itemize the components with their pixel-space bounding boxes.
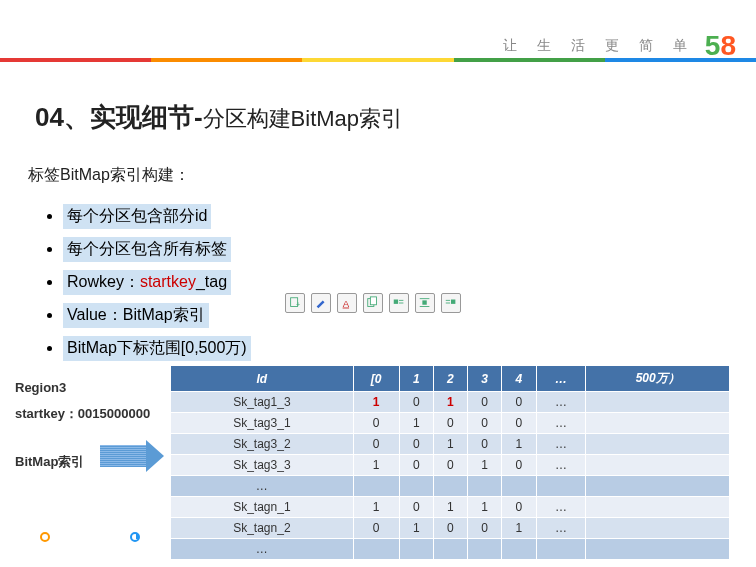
doc-dup-icon[interactable] (363, 293, 383, 313)
table-cell: 1 (433, 434, 467, 455)
table-cell: … (536, 392, 586, 413)
table-cell: 0 (433, 455, 467, 476)
table-row: Sk_tag1_310100… (171, 392, 730, 413)
table-cell (586, 392, 730, 413)
svg-text:A: A (343, 298, 350, 309)
bullet-text: 每个分区包含所有标签 (63, 237, 231, 262)
bullet-text: 每个分区包含部分id (63, 204, 211, 229)
table-cell (586, 518, 730, 539)
table-cell: 1 (468, 497, 502, 518)
slide-title: 04、实现细节-分区构建BitMap索引 (35, 100, 403, 135)
table-cell: 0 (399, 455, 433, 476)
table-row: Sk_tagn_201001… (171, 518, 730, 539)
image-center-icon[interactable] (415, 293, 435, 313)
table-row: Sk_tagn_110110… (171, 497, 730, 518)
table-cell (586, 497, 730, 518)
table-cell: 1 (399, 518, 433, 539)
table-cell: 1 (399, 413, 433, 434)
table-cell: 0 (502, 497, 536, 518)
svg-rect-5 (394, 300, 398, 304)
table-cell: 0 (399, 497, 433, 518)
table-cell: 0 (399, 392, 433, 413)
table-cell: … (536, 518, 586, 539)
table-cell: 1 (353, 455, 399, 476)
table-body: Sk_tag1_310100…Sk_tag3_101000…Sk_tag3_20… (171, 392, 730, 560)
table-cell (353, 476, 399, 497)
table-cell: Sk_tag3_1 (171, 413, 354, 434)
table-row: … (171, 476, 730, 497)
arrow-body (100, 445, 150, 467)
image-right-icon[interactable] (441, 293, 461, 313)
table-header-cell: Id (171, 366, 354, 392)
table-cell (468, 539, 502, 560)
subtitle: 标签BitMap索引构建： (28, 165, 190, 186)
table-cell: Sk_tag1_3 (171, 392, 354, 413)
table-cell: 1 (353, 497, 399, 518)
bullet-item: BitMap下标范围[0,500万) (63, 332, 475, 365)
table-cell: 0 (502, 455, 536, 476)
color-divider (0, 58, 756, 62)
table-cell: 1 (433, 497, 467, 518)
table-cell (468, 476, 502, 497)
arrow-pointer (100, 445, 150, 467)
bullet-item: 每个分区包含部分id (63, 200, 475, 233)
table-cell: 1 (502, 518, 536, 539)
colorbar-segment (302, 58, 453, 62)
table-header: Id[01234…500万） (171, 366, 730, 392)
table-cell: Sk_tag3_2 (171, 434, 354, 455)
table-cell: Sk_tagn_2 (171, 518, 354, 539)
table-cell: 1 (433, 392, 467, 413)
table-cell: … (536, 413, 586, 434)
bullet-text: Rowkey：startkey_tag (63, 270, 231, 295)
table-header-cell: 3 (468, 366, 502, 392)
colorbar-segment (454, 58, 605, 62)
table-cell: 0 (433, 518, 467, 539)
image-left-icon[interactable] (389, 293, 409, 313)
table-cell: … (536, 455, 586, 476)
table-cell: … (536, 434, 586, 455)
table-row: Sk_tag3_200101… (171, 434, 730, 455)
table-cell: 0 (353, 518, 399, 539)
bullet-text: BitMap下标范围[0,500万) (63, 336, 251, 361)
pencil-icon[interactable] (311, 293, 331, 313)
table-cell: 1 (353, 392, 399, 413)
title-sub: 分区构建BitMap索引 (203, 106, 403, 131)
table-cell: 0 (353, 434, 399, 455)
footer-indicators (40, 532, 140, 542)
circle-orange-icon (40, 532, 50, 542)
startkey-label: startkey：0015000000 (15, 405, 150, 423)
editor-toolbar: +A (285, 293, 461, 313)
bullet-item: 每个分区包含所有标签 (63, 233, 475, 266)
table-cell (586, 455, 730, 476)
table-cell: 1 (468, 455, 502, 476)
table-row: … (171, 539, 730, 560)
logo-eight: 8 (720, 30, 736, 61)
doc-add-icon[interactable]: + (285, 293, 305, 313)
bitmap-data-table: Id[01234…500万） Sk_tag1_310100…Sk_tag3_10… (170, 365, 730, 560)
table-cell (502, 476, 536, 497)
bitmap-index-label: BitMap索引 (15, 453, 84, 471)
table-row: Sk_tag3_101000… (171, 413, 730, 434)
table-header-cell: 4 (502, 366, 536, 392)
table-header-cell: 2 (433, 366, 467, 392)
table-cell (433, 539, 467, 560)
slogan-text: 让 生 活 更 简 单 (503, 37, 694, 55)
table-cell (502, 539, 536, 560)
colorbar-segment (605, 58, 756, 62)
table-cell (586, 476, 730, 497)
circle-blue-icon (130, 532, 140, 542)
table-cell: 0 (468, 413, 502, 434)
table-cell (586, 413, 730, 434)
table-cell (586, 539, 730, 560)
title-main: 04、实现细节- (35, 102, 203, 132)
svg-rect-11 (451, 300, 455, 304)
bullet-list: 每个分区包含部分id 每个分区包含所有标签 Rowkey：startkey_ta… (45, 200, 475, 365)
table-cell: 0 (399, 434, 433, 455)
region-label: Region3 (15, 380, 66, 395)
arrow-head-icon (146, 440, 164, 472)
svg-text:+: + (296, 301, 300, 308)
font-icon[interactable]: A (337, 293, 357, 313)
svg-rect-8 (422, 300, 426, 304)
table-cell: 0 (353, 413, 399, 434)
table-cell: Sk_tagn_1 (171, 497, 354, 518)
